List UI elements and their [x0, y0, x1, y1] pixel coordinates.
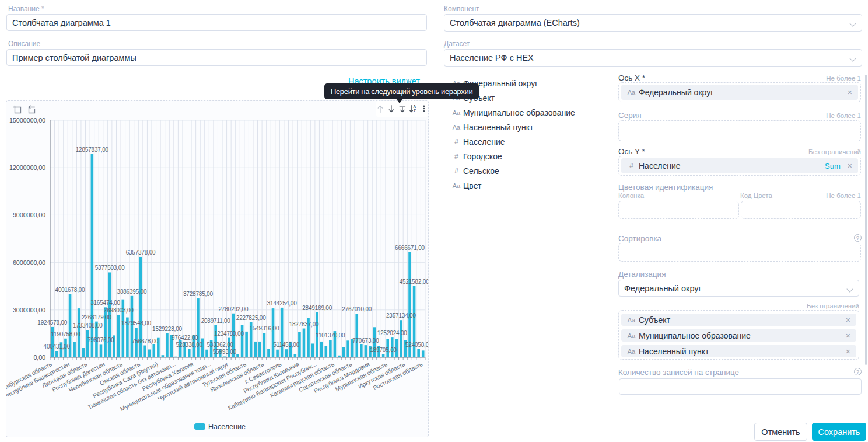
bar[interactable]: [223, 356, 226, 357]
bar[interactable]: [86, 330, 89, 357]
bar[interactable]: [400, 320, 402, 357]
level-down-icon[interactable]: [387, 104, 396, 114]
detail-levels-dropzone[interactable]: AaСубъект×AaМуниципальное образование×Aa…: [618, 310, 859, 360]
remove-chip-icon[interactable]: ×: [848, 162, 852, 170]
bar[interactable]: [281, 308, 284, 357]
bar[interactable]: [360, 344, 363, 357]
widget-name-input-wrap: Столбчатая диаграмма 1: [6, 14, 427, 31]
zoom-reset-icon[interactable]: [27, 105, 36, 115]
bar[interactable]: [73, 342, 76, 357]
more-icon[interactable]: [420, 104, 428, 114]
bar[interactable]: [276, 350, 279, 357]
bar[interactable]: [254, 342, 257, 357]
bar-value-label: 533362,00: [206, 342, 233, 348]
aggregation-badge[interactable]: Sum: [825, 162, 841, 170]
bar[interactable]: [346, 340, 349, 357]
bar-value-label: 12857837,00: [76, 147, 109, 153]
bar[interactable]: [148, 349, 151, 357]
save-button[interactable]: Сохранить: [812, 423, 866, 441]
bar[interactable]: [162, 355, 164, 357]
legend-marker[interactable]: [194, 423, 205, 430]
box-zoom-icon[interactable]: [13, 105, 22, 115]
dataset-field-name: Население: [463, 137, 505, 147]
sort-az-icon[interactable]: AZ: [409, 104, 417, 114]
scrollbar[interactable]: [865, 75, 867, 365]
detail-select[interactable]: Федеральный округ: [618, 280, 859, 297]
remove-chip-icon[interactable]: ×: [848, 88, 852, 96]
bar[interactable]: [144, 346, 146, 357]
y-axis-dropzone[interactable]: #НаселениеSum×: [618, 156, 861, 176]
bar[interactable]: [365, 345, 368, 357]
bar[interactable]: [197, 298, 200, 357]
bar[interactable]: [152, 344, 155, 357]
sorting-help-icon[interactable]: ?: [854, 234, 862, 242]
bar[interactable]: [245, 332, 248, 357]
color-code-dropzone[interactable]: [741, 201, 861, 219]
x-axis-dropzone[interactable]: AaФедеральный округ×: [618, 82, 861, 102]
field-chip[interactable]: AaНаселенный пункт×: [621, 345, 856, 357]
bar[interactable]: [422, 350, 425, 357]
bar[interactable]: [55, 351, 58, 357]
bar[interactable]: [342, 347, 345, 357]
field-chip[interactable]: AaФедеральный округ×: [621, 85, 858, 100]
bar[interactable]: [236, 354, 239, 357]
next-level-icon[interactable]: [398, 104, 407, 114]
bar[interactable]: [82, 348, 85, 357]
color-column-dropzone[interactable]: [618, 201, 739, 219]
bar[interactable]: [166, 333, 169, 357]
remove-chip-icon[interactable]: ×: [846, 316, 850, 324]
component-select[interactable]: Столбчатая диаграмма (ECharts): [444, 14, 862, 32]
dataset-field-item[interactable]: #Население: [452, 134, 610, 149]
dataset-select[interactable]: Население РФ с HEX: [444, 49, 862, 67]
widget-editor-page: Название * Столбчатая диаграмма 1 Описан…: [0, 0, 868, 442]
sorting-dropzone[interactable]: [618, 243, 861, 262]
bar[interactable]: [312, 343, 314, 357]
field-chip[interactable]: #НаселениеSum×: [621, 158, 858, 173]
bar-value-label: 55993,00: [213, 349, 237, 355]
bar-value-label: 511453,00: [273, 342, 299, 348]
dataset-field-item[interactable]: AaЦвет: [452, 178, 610, 193]
field-chip[interactable]: AaМуниципальное образование×: [621, 329, 856, 342]
bar[interactable]: [294, 354, 297, 357]
more-icon-dot: [424, 106, 425, 107]
bar[interactable]: [263, 333, 266, 357]
bar[interactable]: [417, 349, 420, 357]
bar[interactable]: [320, 342, 323, 357]
series-dropzone[interactable]: [618, 120, 861, 141]
chip-field-name: Населенный пункт: [639, 347, 709, 356]
dataset-field-item[interactable]: AaНаселенный пункт: [452, 120, 610, 134]
chip-field-name: Население: [639, 161, 681, 170]
bar[interactable]: [100, 344, 103, 357]
color-limit: Не более 1: [740, 192, 861, 199]
bar-value-label: 976422,00: [172, 335, 198, 341]
widget-name-input[interactable]: Столбчатая диаграмма 1: [6, 14, 427, 31]
bar[interactable]: [285, 349, 288, 357]
bar[interactable]: [117, 315, 120, 357]
bar[interactable]: [272, 308, 275, 357]
remove-chip-icon[interactable]: ×: [846, 347, 850, 356]
bar[interactable]: [267, 349, 270, 357]
bar[interactable]: [329, 340, 332, 357]
legend-label[interactable]: Население: [208, 423, 246, 431]
page-size-input[interactable]: [619, 378, 862, 395]
bar[interactable]: [324, 346, 327, 357]
widget-description-input[interactable]: Пример столбчатой диаграммы: [6, 49, 427, 66]
bar[interactable]: [303, 329, 306, 357]
remove-chip-icon[interactable]: ×: [846, 332, 850, 340]
bar[interactable]: [205, 350, 208, 357]
dataset-field-item[interactable]: #Городское: [452, 149, 610, 163]
bar[interactable]: [258, 342, 261, 357]
bar[interactable]: [188, 349, 191, 357]
field-chip[interactable]: AaСубъект×: [621, 314, 856, 326]
dataset-field-name: Городское: [463, 152, 502, 161]
bar[interactable]: [355, 314, 358, 357]
page-size-help-icon[interactable]: ?: [854, 368, 862, 375]
bar[interactable]: [174, 357, 177, 357]
bar[interactable]: [382, 354, 385, 357]
dataset-field-item[interactable]: AaМуниципальное образование: [452, 105, 610, 120]
cancel-button[interactable]: Отменить: [754, 423, 807, 441]
bar[interactable]: [131, 296, 134, 357]
dataset-field-item[interactable]: #Сельское: [452, 163, 610, 178]
level-up-icon[interactable]: [376, 104, 384, 114]
bar[interactable]: [338, 356, 341, 357]
